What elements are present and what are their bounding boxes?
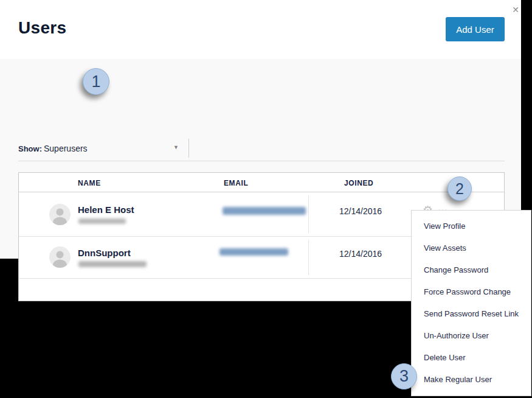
joined-date: 12/14/2016 [339, 206, 382, 216]
menu-item-unauthorize-user[interactable]: Un-Authorize User [412, 325, 531, 347]
modal-header: Users Add User [0, 0, 521, 59]
user-display-name: Helen E Host [78, 204, 134, 215]
user-display-name: DnnSupport [78, 248, 131, 258]
menu-item-force-password-change[interactable]: Force Password Change [412, 281, 531, 303]
cell-divider [308, 240, 309, 275]
callout-badge-2: 2 [447, 176, 472, 201]
add-user-button[interactable]: Add User [446, 17, 505, 41]
user-actions-menu: View Profile View Assets Change Password… [411, 210, 531, 396]
menu-item-make-regular-user[interactable]: Make Regular User [412, 369, 531, 391]
filter-rule [18, 161, 505, 161]
page-title: Users [18, 18, 66, 38]
redacted-username-blur [78, 261, 147, 267]
avatar [49, 204, 71, 225]
table-header: NAME EMAIL JOINED [19, 173, 504, 192]
column-header-joined: JOINED [344, 179, 373, 187]
menu-item-view-profile[interactable]: View Profile [412, 215, 531, 237]
menu-item-change-password[interactable]: Change Password [412, 259, 531, 281]
avatar [49, 246, 71, 268]
redacted-email-blur [223, 207, 306, 215]
cell-divider [308, 195, 309, 233]
callout-badge-3: 3 [391, 363, 417, 389]
show-label: Show: [18, 144, 42, 153]
column-header-name: NAME [78, 179, 101, 187]
close-icon[interactable]: ✕ [508, 2, 523, 17]
redacted-username-blur [78, 218, 126, 224]
menu-item-delete-user[interactable]: Delete User [412, 347, 531, 369]
column-header-email: EMAIL [224, 179, 248, 187]
redacted-email-blur [219, 248, 288, 256]
callout-badge-1: 1 [83, 68, 109, 95]
menu-item-view-assets[interactable]: View Assets [412, 237, 531, 259]
show-filter-value: Superusers [44, 144, 88, 153]
menu-item-send-password-reset-link[interactable]: Send Password Reset Link [412, 303, 531, 325]
filter-divider [188, 139, 189, 158]
chevron-down-icon: ▼ [173, 144, 179, 150]
show-filter-dropdown[interactable]: Superusers ▼ [44, 136, 184, 159]
users-modal: Users Add User ✕ Show: Superusers ▼ NAME… [0, 0, 532, 398]
joined-date: 12/14/2016 [339, 249, 382, 259]
